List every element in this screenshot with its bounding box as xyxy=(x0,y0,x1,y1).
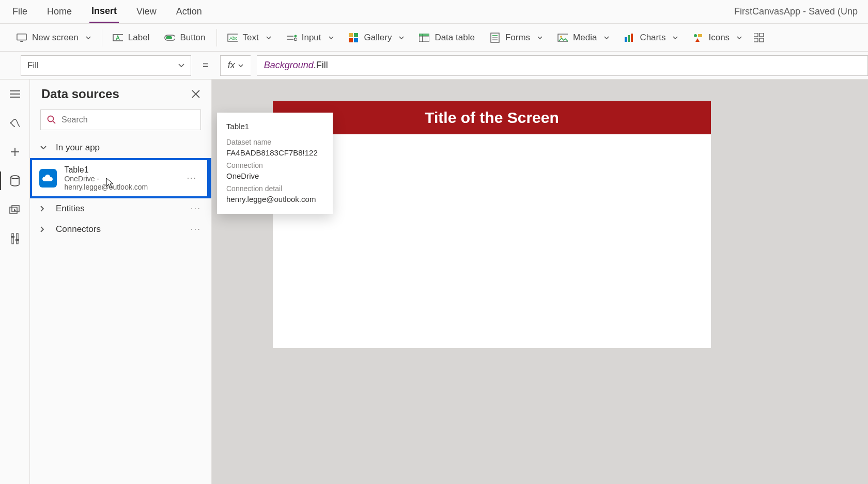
svg-rect-4 xyxy=(166,36,172,39)
icons-label: Icons xyxy=(708,33,730,43)
formula-input[interactable]: Background.Fill xyxy=(257,55,868,76)
menu-file[interactable]: File xyxy=(10,1,29,22)
chevron-down-icon xyxy=(178,64,184,67)
insert-icon[interactable] xyxy=(8,145,22,159)
media-button[interactable]: Media xyxy=(550,29,617,46)
tooltip-detail-value: henry.legge@outlook.com xyxy=(226,195,323,204)
menu-home[interactable]: Home xyxy=(45,1,74,22)
menu-insert[interactable]: Insert xyxy=(89,1,119,23)
menu-action[interactable]: Action xyxy=(174,1,204,22)
layout-button[interactable] xyxy=(750,30,769,45)
media-label: Media xyxy=(573,33,597,43)
chart-icon xyxy=(624,33,634,42)
tree-view-icon[interactable] xyxy=(8,116,22,130)
source-subtitle: OneDrive - henry.legge@outlook.com xyxy=(64,175,179,191)
more-icon[interactable]: ··· xyxy=(191,224,201,235)
svg-rect-47 xyxy=(16,239,19,241)
chevron-right-icon xyxy=(40,226,48,232)
svg-rect-28 xyxy=(628,35,630,42)
media-rail-icon[interactable] xyxy=(8,202,22,217)
new-screen-button[interactable]: New screen xyxy=(9,29,99,46)
icons-icon xyxy=(693,33,703,42)
svg-point-26 xyxy=(560,36,562,38)
section-label: Connectors xyxy=(56,224,101,235)
svg-rect-0 xyxy=(17,34,26,40)
formula-rest-token: .Fill xyxy=(314,60,328,71)
screen-title-text: Title of the Screen xyxy=(425,109,559,127)
text-icon: Abc xyxy=(227,33,238,42)
text-button[interactable]: Abc Text xyxy=(220,29,279,46)
forms-icon xyxy=(490,33,500,42)
more-icon[interactable]: ··· xyxy=(191,204,201,214)
section-label: Entities xyxy=(56,204,85,214)
tooltip-detail-label: Connection detail xyxy=(226,184,323,193)
data-table-button[interactable]: Data table xyxy=(412,29,483,46)
chevron-down-icon xyxy=(329,36,334,39)
search-input[interactable] xyxy=(40,110,201,130)
section-in-your-app[interactable]: In your app xyxy=(30,137,211,158)
property-select[interactable]: Fill xyxy=(21,55,191,76)
data-table-label: Data table xyxy=(435,33,475,43)
forms-button[interactable]: Forms xyxy=(483,29,550,46)
source-name: Table1 xyxy=(64,165,179,175)
close-icon[interactable] xyxy=(192,90,200,98)
svg-rect-34 xyxy=(754,38,758,42)
separator xyxy=(102,29,102,46)
data-sources-panel: Data sources In your app Table1 OneDrive… xyxy=(30,80,212,484)
svg-point-9 xyxy=(294,35,297,37)
chevron-down-icon xyxy=(266,36,271,39)
svg-rect-12 xyxy=(354,33,358,37)
svg-line-51 xyxy=(53,121,55,123)
more-icon[interactable]: ··· xyxy=(187,174,200,183)
fx-label: fx xyxy=(228,60,235,71)
menu-bar: File Home Insert View Action FirstCanvas… xyxy=(0,0,868,24)
tooltip-dataset-value: FA4BADB8183CF7B8!122 xyxy=(226,148,323,157)
svg-rect-35 xyxy=(760,38,764,42)
separator xyxy=(216,29,217,46)
svg-rect-43 xyxy=(12,206,19,212)
menu-view[interactable]: View xyxy=(134,1,159,22)
gallery-label: Gallery xyxy=(364,33,392,43)
search-icon xyxy=(47,115,56,124)
svg-rect-27 xyxy=(625,37,627,42)
search-field[interactable] xyxy=(61,115,194,124)
data-icon[interactable] xyxy=(8,174,22,188)
chevron-down-icon xyxy=(86,36,91,39)
chevron-down-icon xyxy=(537,36,542,39)
tooltip-title: Table1 xyxy=(226,122,323,131)
media-icon xyxy=(557,33,568,42)
layout-icon xyxy=(754,33,764,42)
svg-point-10 xyxy=(294,38,297,40)
ribbon: New screen Label Button Abc Text Input G xyxy=(0,24,868,52)
app-title: FirstCanvasApp - Saved (Unp xyxy=(734,6,858,17)
input-button[interactable]: Input xyxy=(279,29,342,46)
button-button[interactable]: Button xyxy=(157,29,213,46)
svg-text:Abc: Abc xyxy=(229,36,238,41)
tools-icon[interactable] xyxy=(8,231,22,246)
svg-rect-45 xyxy=(17,233,18,244)
svg-rect-32 xyxy=(754,33,758,37)
input-icon xyxy=(286,33,297,42)
new-screen-label: New screen xyxy=(32,33,79,43)
data-source-table1[interactable]: Table1 OneDrive - henry.legge@outlook.co… xyxy=(30,158,211,198)
screen-title-bar[interactable]: Title of the Screen xyxy=(273,101,711,134)
hamburger-icon[interactable] xyxy=(8,87,22,101)
text-label: Text xyxy=(243,33,259,43)
app-canvas[interactable]: Title of the Screen xyxy=(273,101,711,348)
formula-bar: Fill = fx Background.Fill xyxy=(0,52,868,80)
section-connectors[interactable]: Connectors ··· xyxy=(30,219,211,240)
chevron-down-icon xyxy=(40,146,48,150)
gallery-button[interactable]: Gallery xyxy=(342,29,412,46)
svg-rect-31 xyxy=(698,34,702,37)
fx-button[interactable]: fx xyxy=(220,55,251,76)
section-entities[interactable]: Entities ··· xyxy=(30,198,211,219)
charts-button[interactable]: Charts xyxy=(617,29,686,46)
section-label: In your app xyxy=(56,143,100,153)
equals-sign: = xyxy=(197,59,214,71)
icons-button[interactable]: Icons xyxy=(686,29,750,46)
input-label: Input xyxy=(302,33,321,43)
label-button[interactable]: Label xyxy=(105,29,158,46)
tooltip-dataset-label: Dataset name xyxy=(226,138,323,146)
panel-title: Data sources xyxy=(41,87,119,101)
onedrive-icon xyxy=(39,169,57,188)
